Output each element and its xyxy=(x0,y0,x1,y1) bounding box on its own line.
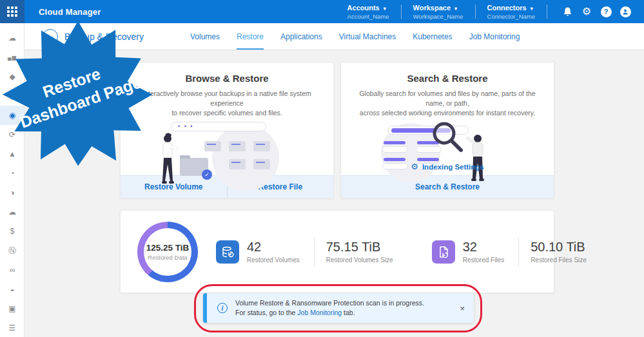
restored-data-donut-chart: 125.25 TiB Restored Data xyxy=(137,222,198,282)
sidebar-item-layers-icon[interactable]: ☰ xyxy=(0,318,24,337)
tab-applications[interactable]: Applications xyxy=(280,23,322,50)
tab-volumes[interactable]: Volumes xyxy=(190,23,220,50)
service-title: Backup & Recovery xyxy=(64,32,144,42)
service-header: ☁ Backup & Recovery Volumes Restore Appl… xyxy=(24,23,644,50)
bell-icon xyxy=(563,6,572,17)
chevron-down-icon: ▾ xyxy=(531,6,533,12)
user-icon xyxy=(620,6,631,17)
card-title: Browse & Restore xyxy=(121,73,333,84)
restored-volumes-icon xyxy=(216,240,239,264)
workspace-name: Workspace_Name xyxy=(413,13,463,20)
sidebar-item-cost-icon[interactable]: $ xyxy=(0,222,24,241)
tab-bar: Volumes Restore Applications Virtual Mac… xyxy=(190,23,536,50)
accounts-menu[interactable]: Accounts▾ Account_Name xyxy=(336,4,401,20)
browse-restore-card: Browse & Restore Interactively browse yo… xyxy=(120,62,334,198)
workspace-menu[interactable]: Workspace▾ Workspace_Name xyxy=(402,4,475,20)
sidebar-item-bar-chart-icon[interactable]: ▄▆ xyxy=(0,48,24,67)
sidebar-item-copy-sync-icon[interactable]: ▣ xyxy=(0,299,24,318)
connectors-menu[interactable]: Connectors▾ Connector_Name xyxy=(476,4,547,20)
indexing-settings-link[interactable]: ⚙ Indexing Settings xyxy=(341,162,554,171)
restored-data-label: Restored Data xyxy=(146,254,190,261)
account-name: Account_Name xyxy=(347,13,389,20)
card-description: Globally search for volumes and files by… xyxy=(351,89,543,118)
sidebar-item-integration-icon[interactable]: ∞ xyxy=(0,260,24,280)
help-icon: ? xyxy=(601,6,612,17)
card-footer: Search & Restore xyxy=(341,175,554,198)
restored-volumes-size: 75.15 TiB xyxy=(326,240,393,255)
sidebar-item-tiering-icon[interactable]: ▲ xyxy=(0,144,24,164)
backup-service-icon: ☁ xyxy=(43,29,58,44)
sidebar-item-netapp-service-icon[interactable]: Ⓝ xyxy=(0,241,24,260)
tab-virtual-machines[interactable]: Virtual Machines xyxy=(339,23,396,50)
sidebar-item-classification-icon[interactable]: ◔ xyxy=(0,164,24,183)
tab-restore[interactable]: Restore xyxy=(237,23,264,50)
stats-row: 42 Restored Volumes 75.15 TiB Restored V… xyxy=(216,211,598,293)
info-icon: i xyxy=(217,303,228,313)
settings-button[interactable]: ⚙ xyxy=(577,2,596,21)
sidebar-item-cloud-insights-icon[interactable]: ☁ xyxy=(0,202,24,222)
help-button[interactable]: ? xyxy=(596,2,616,21)
progress-notification-banner: i Volume Restore & Ransomware Protection… xyxy=(203,293,474,323)
search-restore-card: Search & Restore Globally search for vol… xyxy=(340,62,554,198)
magnifier-icon xyxy=(430,119,466,155)
card-title: Search & Restore xyxy=(341,73,554,84)
divider xyxy=(314,237,315,267)
notifications-button[interactable] xyxy=(558,2,577,21)
restore-stats-card: 125.25 TiB Restored Data 42 Restored Vol… xyxy=(120,210,554,293)
sidebar-item-sync-icon[interactable]: ⟳ xyxy=(0,125,24,144)
banner-accent-bar xyxy=(203,293,207,323)
tab-kubernetes[interactable]: Kubernetes xyxy=(413,23,452,50)
chevron-down-icon: ▾ xyxy=(384,6,386,12)
person-illustration xyxy=(157,132,179,185)
gear-icon: ⚙ xyxy=(411,162,418,171)
sidebar-item-shield-icon[interactable]: ◆ xyxy=(0,67,24,86)
sidebar-item-compliance-icon[interactable]: ◑ xyxy=(0,183,24,202)
restored-files-size: 50.10 TiB xyxy=(531,240,587,255)
divider xyxy=(547,5,547,19)
topbar-right: Accounts▾ Account_Name Workspace▾ Worksp… xyxy=(336,0,644,23)
sidebar-item-replication-icon[interactable]: ◎ xyxy=(0,86,24,106)
card-description: Interactively browse your backups in a n… xyxy=(131,89,323,118)
grid-icon xyxy=(7,6,17,17)
left-nav-rail: ☁ ▄▆ ◆ ◎ ◉ ⟳ ▲ ◔ ◑ ☁ $ Ⓝ ∞ ◒ ▣ ☰ xyxy=(0,23,24,337)
chevron-down-icon: ▾ xyxy=(454,6,457,12)
sidebar-item-spot-icon[interactable]: ◒ xyxy=(0,280,24,299)
sidebar-item-backup-restore-icon[interactable]: ◉ xyxy=(0,106,24,125)
person-illustration xyxy=(465,133,487,184)
search-restore-button[interactable]: Search & Restore xyxy=(341,176,554,198)
service-selector[interactable]: ☁ Backup & Recovery xyxy=(43,29,144,44)
restored-files-icon xyxy=(432,240,455,264)
browse-illustration: • • • ✓ xyxy=(121,122,333,175)
top-bar: Cloud Manager Accounts▾ Account_Name Wor… xyxy=(0,0,644,23)
sidebar-item-storage-cloud-icon[interactable]: ☁ xyxy=(0,28,24,48)
tab-job-monitoring[interactable]: Job Monitoring xyxy=(469,23,520,50)
job-monitoring-link[interactable]: Job Monitoring xyxy=(297,309,342,316)
close-icon[interactable]: × xyxy=(460,303,465,313)
app-grid-button[interactable] xyxy=(0,0,24,23)
banner-text: Volume Restore & Ransomware Protection s… xyxy=(235,298,424,318)
user-menu-button[interactable] xyxy=(616,2,635,21)
restored-files-count: 32 xyxy=(463,240,504,255)
check-icon: ✓ xyxy=(202,169,212,180)
divider xyxy=(518,237,519,267)
restored-volumes-count: 42 xyxy=(247,240,300,255)
app-title: Cloud Manager xyxy=(39,7,101,17)
gear-icon: ⚙ xyxy=(582,6,591,17)
restored-data-value: 125.25 TiB xyxy=(146,243,190,253)
connector-name: Connector_Name xyxy=(487,13,535,20)
